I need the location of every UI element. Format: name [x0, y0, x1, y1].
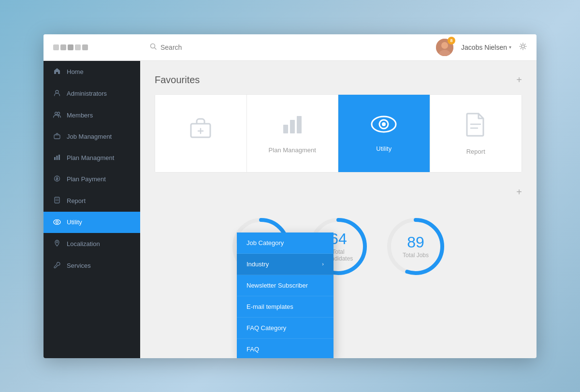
home-icon [53, 68, 61, 76]
search-icon [150, 43, 157, 51]
fav-label-plan-management: Plan Managment [269, 146, 316, 154]
settings-icon[interactable] [519, 43, 527, 52]
payment-icon [53, 175, 61, 183]
dropdown-label-faq-category: FAQ Category [246, 324, 286, 332]
dropdown-label-newsletter: Newsletter Subscriber [246, 282, 308, 289]
fav-label-utility: Utility [376, 145, 392, 152]
bar-chart-icon [280, 113, 304, 140]
sidebar-label-plan-payment: Plan Payment [67, 175, 106, 183]
sidebar-label-plan-management: Plan Managment [67, 154, 114, 161]
sidebar-item-job-management[interactable]: Job Managment [44, 126, 140, 147]
sidebar-item-localization[interactable]: Localization [44, 233, 140, 255]
svg-point-28 [382, 122, 386, 126]
svg-rect-23 [283, 125, 288, 133]
members-icon [53, 111, 61, 119]
jobs-label: Total Jobs [403, 252, 429, 259]
favourites-grid: Plan Managment Utility [155, 94, 522, 173]
dropdown-label-job-category: Job Category [246, 239, 284, 247]
svg-point-8 [58, 112, 60, 115]
wrench-icon [53, 261, 61, 270]
favourites-title: Favourites [155, 74, 200, 86]
dropdown-label-industry: Industry [246, 261, 269, 268]
briefcase-plus-icon [188, 116, 213, 144]
svg-rect-25 [297, 116, 302, 133]
chevron-down-icon: ▾ [509, 44, 511, 50]
location-icon [53, 240, 61, 248]
sidebar-item-plan-management[interactable]: Plan Managment [44, 147, 140, 169]
sidebar-label-report: Report [67, 197, 86, 204]
dropdown-label-faq: FAQ [246, 346, 259, 353]
sidebar-item-report[interactable]: Report [44, 190, 140, 212]
jobs-value: 89 [403, 234, 429, 250]
eye-fav-icon [370, 115, 397, 138]
fav-card-job-category[interactable] [155, 95, 247, 172]
dropdown-item-email-templates[interactable]: E-mail templates [237, 296, 334, 318]
logo-block-3 [68, 44, 73, 50]
logo-block-5 [82, 44, 88, 50]
svg-rect-9 [54, 135, 60, 139]
chevron-right-icon: › [322, 261, 324, 267]
sidebar: Home Administrators Members Job Managmen… [44, 61, 140, 358]
sidebar-item-utility[interactable]: Utility [44, 212, 140, 233]
user-avatar-wrapper[interactable]: 8 [436, 39, 453, 56]
svg-point-7 [55, 112, 58, 115]
search-area [150, 43, 436, 51]
stats-header: + [155, 187, 522, 197]
topbar-right: 8 Jacobs Nielsen ▾ [436, 39, 527, 56]
doc-icon [465, 112, 486, 141]
content-area: Favourites + [140, 61, 536, 358]
notification-badge: 8 [448, 37, 455, 44]
sidebar-item-members[interactable]: Members [44, 104, 140, 126]
fav-card-utility[interactable]: Utility [338, 95, 430, 172]
svg-point-5 [522, 45, 524, 48]
dropdown-item-job-category[interactable]: Job Category [237, 232, 334, 254]
fav-card-plan-management[interactable]: Plan Managment [247, 95, 339, 172]
favourites-header: Favourites + [155, 74, 522, 86]
sidebar-label-administrators: Administrators [67, 90, 107, 97]
app-window: 8 Jacobs Nielsen ▾ Home [44, 34, 536, 358]
sidebar-item-home[interactable]: Home [44, 61, 140, 83]
user-icon [53, 89, 61, 98]
favourites-add-button[interactable]: + [516, 75, 522, 85]
jobs-circle: 89 Total Jobs [384, 215, 447, 278]
logo-block-1 [53, 44, 59, 50]
fav-card-report[interactable]: Report [430, 95, 522, 172]
sidebar-label-utility: Utility [67, 218, 82, 226]
topbar: 8 Jacobs Nielsen ▾ [44, 34, 536, 61]
user-name[interactable]: Jacobs Nielsen ▾ [461, 44, 511, 51]
dropdown-item-newsletter[interactable]: Newsletter Subscriber [237, 275, 334, 296]
svg-point-17 [54, 219, 60, 224]
sidebar-label-services: Services [67, 262, 91, 269]
stats-add-button[interactable]: + [516, 187, 522, 197]
sidebar-label-members: Members [67, 112, 93, 119]
svg-rect-12 [58, 155, 60, 160]
sidebar-label-job-management: Job Managment [67, 133, 112, 140]
sidebar-label-localization: Localization [67, 240, 100, 247]
svg-point-18 [56, 221, 58, 223]
eye-icon [53, 218, 61, 226]
chart-icon [53, 154, 61, 162]
sidebar-item-services[interactable]: Services [44, 255, 140, 276]
dropdown-item-industry[interactable]: Industry › [237, 254, 334, 275]
search-input[interactable] [160, 44, 257, 51]
fav-label-report: Report [466, 148, 485, 155]
stat-jobs: 89 Total Jobs [384, 215, 447, 278]
briefcase-icon [53, 133, 61, 141]
logo [53, 44, 88, 50]
dropdown-item-faq[interactable]: FAQ [237, 339, 334, 358]
jobs-inner: 89 Total Jobs [403, 234, 429, 259]
sidebar-item-administrators[interactable]: Administrators [44, 83, 140, 104]
user-name-text: Jacobs Nielsen [461, 44, 507, 51]
svg-line-1 [155, 48, 157, 50]
sidebar-item-plan-payment[interactable]: Plan Payment [44, 169, 140, 190]
stats-grid: 56 Total Companies [155, 205, 522, 288]
stats-section: + 56 Total Companies [155, 187, 522, 288]
logo-block-2 [60, 44, 66, 50]
svg-point-19 [57, 241, 58, 243]
svg-rect-14 [55, 197, 59, 203]
logo-block-4 [75, 44, 81, 50]
svg-rect-11 [57, 156, 58, 160]
report-icon [53, 197, 61, 205]
dropdown-item-faq-category[interactable]: FAQ Category [237, 318, 334, 339]
logo-area [53, 44, 150, 50]
